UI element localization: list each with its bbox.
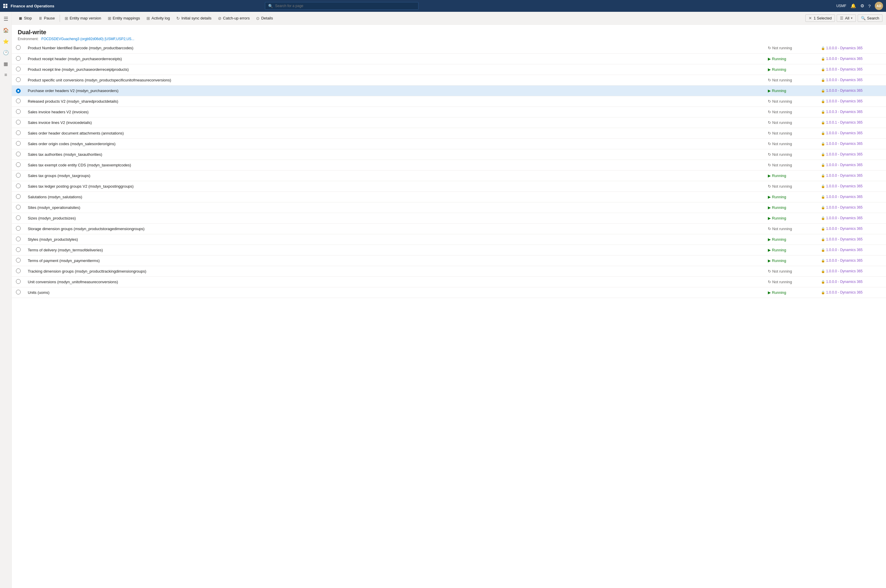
row-select-cell[interactable]	[12, 43, 25, 53]
row-select-cell[interactable]	[12, 213, 25, 224]
row-select-cell[interactable]	[12, 224, 25, 234]
sidebar-item-recent[interactable]: 🕐	[1, 47, 11, 58]
radio-button[interactable]	[16, 130, 21, 135]
sidebar-item-home[interactable]: 🏠	[1, 25, 11, 35]
radio-button[interactable]	[16, 215, 21, 220]
table-row[interactable]: Terms of payment (msdyn_paymentterms)▶ R…	[12, 255, 886, 266]
row-select-cell[interactable]	[12, 117, 25, 128]
notification-icon[interactable]: 🔔	[851, 3, 856, 9]
settings-icon[interactable]: ⚙	[860, 3, 864, 9]
table-row[interactable]: Product receipt header (msdyn_purchaseor…	[12, 53, 886, 64]
selected-badge[interactable]: ✕ 1 Selected	[805, 15, 835, 22]
table-row[interactable]: Tracking dimension groups (msdyn_product…	[12, 266, 886, 276]
row-select-cell[interactable]	[12, 255, 25, 266]
details-button[interactable]: ⊙ Details	[253, 15, 276, 22]
table-row[interactable]: Sales tax ledger posting groups V2 (msdy…	[12, 181, 886, 192]
row-select-cell[interactable]	[12, 75, 25, 85]
lock-icon: 🔒	[821, 142, 825, 146]
row-select-cell[interactable]	[12, 266, 25, 276]
row-select-cell[interactable]	[12, 287, 25, 298]
avatar[interactable]: AD	[875, 2, 883, 10]
search-bar[interactable]: 🔍	[265, 2, 418, 10]
row-select-cell[interactable]	[12, 244, 25, 255]
table-row[interactable]: Sales tax groups (msdyn_taxgroups)▶ Runn…	[12, 170, 886, 181]
table-row[interactable]: Sites (msdyn_operationalsites)▶ Running🔒…	[12, 202, 886, 213]
sidebar-item-favorites[interactable]: ⭐	[1, 36, 11, 46]
radio-button[interactable]	[16, 247, 21, 252]
radio-button[interactable]	[16, 279, 21, 284]
row-select-cell[interactable]	[12, 138, 25, 149]
radio-button[interactable]	[16, 173, 21, 178]
entity-map-version-button[interactable]: ⊞ Entity map version	[62, 15, 104, 22]
user-code[interactable]: USMF	[836, 4, 847, 8]
row-select-cell[interactable]	[12, 106, 25, 117]
radio-button[interactable]	[16, 77, 21, 82]
radio-button[interactable]	[16, 99, 21, 103]
table-row[interactable]: Storage dimension groups (msdyn_products…	[12, 224, 886, 234]
row-select-cell[interactable]	[12, 202, 25, 213]
help-icon[interactable]: ?	[868, 3, 871, 9]
radio-button[interactable]	[16, 237, 21, 242]
table-row[interactable]: Sales invoice lines V2 (invoicedetails)↻…	[12, 117, 886, 128]
pause-button[interactable]: ⏸ Pause	[35, 15, 58, 22]
search-button[interactable]: 🔍 Search	[857, 15, 883, 22]
table-row[interactable]: Sales order origin codes (msdyn_salesord…	[12, 138, 886, 149]
radio-button[interactable]	[16, 56, 21, 61]
row-select-cell[interactable]	[12, 170, 25, 181]
table-row[interactable]: Product Number Identified Barcode (msdyn…	[12, 43, 886, 53]
table-row[interactable]: Sales order header document attachments …	[12, 128, 886, 138]
table-row[interactable]: Purchase order headers V2 (msdyn_purchas…	[12, 85, 886, 96]
activity-log-button[interactable]: ⊞ Activity log	[143, 15, 173, 22]
row-select-cell[interactable]	[12, 192, 25, 202]
radio-button[interactable]	[16, 88, 21, 93]
radio-button[interactable]	[16, 120, 21, 124]
row-select-cell[interactable]	[12, 64, 25, 75]
table-row[interactable]: Sales invoice headers V2 (invoices)↻ Not…	[12, 106, 886, 117]
table-row[interactable]: Sales tax authorities (msdyn_taxauthorit…	[12, 149, 886, 160]
row-select-cell[interactable]	[12, 96, 25, 106]
radio-button[interactable]	[16, 226, 21, 231]
page-search-input[interactable]	[275, 4, 415, 8]
row-select-cell[interactable]	[12, 128, 25, 138]
row-select-cell[interactable]	[12, 276, 25, 287]
sidebar-item-menu[interactable]: ☰	[1, 14, 11, 24]
radio-button[interactable]	[16, 45, 21, 50]
entity-mappings-button[interactable]: ⊞ Entity mappings	[105, 15, 143, 22]
running-icon: ▶	[768, 237, 771, 242]
radio-button[interactable]	[16, 194, 21, 199]
app-menu-icon[interactable]	[3, 3, 8, 8]
radio-button[interactable]	[16, 268, 21, 273]
sidebar-item-workspaces[interactable]: ▦	[1, 58, 11, 69]
radio-button[interactable]	[16, 109, 21, 114]
table-row[interactable]: Sales tax exempt code entity CDS (msdyn_…	[12, 160, 886, 170]
sidebar-item-list[interactable]: ≡	[1, 70, 11, 80]
table-row[interactable]: Styles (msdyn_productstyles)▶ Running🔒 1…	[12, 234, 886, 244]
table-row[interactable]: Product receipt line (msdyn_purchaseorde…	[12, 64, 886, 75]
radio-button[interactable]	[16, 205, 21, 210]
table-row[interactable]: Product specific unit conversions (msdyn…	[12, 75, 886, 85]
table-row[interactable]: Salutations (msdyn_salutations)▶ Running…	[12, 192, 886, 202]
radio-button[interactable]	[16, 258, 21, 262]
row-select-cell[interactable]	[12, 181, 25, 192]
table-row[interactable]: Released products V2 (msdyn_sharedproduc…	[12, 96, 886, 106]
table-row[interactable]: Unit conversions (msdyn_unitofmeasurecon…	[12, 276, 886, 287]
catchup-errors-button[interactable]: ⊘ Catch-up errors	[215, 15, 253, 22]
row-select-cell[interactable]	[12, 149, 25, 160]
table-row[interactable]: Terms of delivery (msdyn_termsofdeliveri…	[12, 244, 886, 255]
radio-button[interactable]	[16, 152, 21, 156]
row-select-cell[interactable]	[12, 53, 25, 64]
row-select-cell[interactable]	[12, 160, 25, 170]
row-select-cell[interactable]	[12, 85, 25, 96]
table-row[interactable]: Sizes (msdyn_productsizes)▶ Running🔒 1.0…	[12, 213, 886, 224]
row-select-cell[interactable]	[12, 234, 25, 244]
stop-button[interactable]: ⏹ Stop	[15, 15, 35, 22]
radio-button[interactable]	[16, 67, 21, 71]
initial-sync-button[interactable]: ↻ Initial sync details	[173, 15, 214, 22]
filter-button[interactable]: ☰ All ▾	[837, 15, 856, 22]
radio-button[interactable]	[16, 183, 21, 188]
radio-button[interactable]	[16, 290, 21, 294]
close-icon[interactable]: ✕	[809, 16, 812, 20]
table-row[interactable]: Units (uoms)▶ Running🔒 1.0.0.0 - Dynamic…	[12, 287, 886, 298]
radio-button[interactable]	[16, 162, 21, 167]
radio-button[interactable]	[16, 141, 21, 146]
